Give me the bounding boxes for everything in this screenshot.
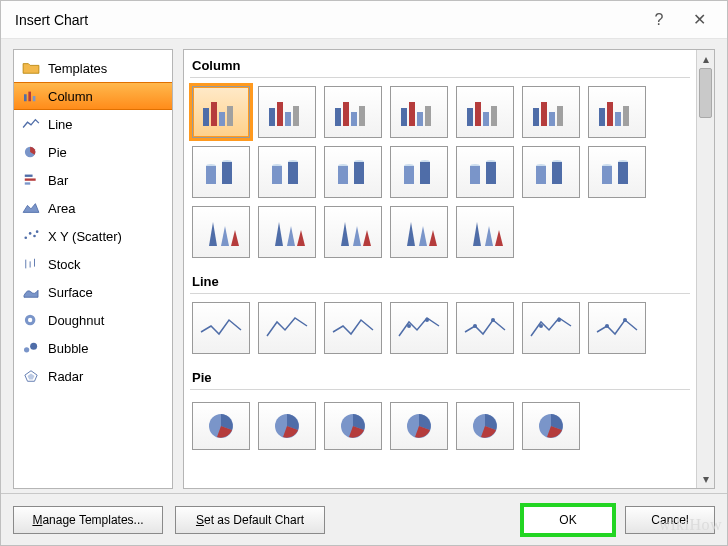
chart-category-list[interactable]: TemplatesColumnLinePieBarAreaX Y (Scatte…	[13, 49, 173, 489]
chart-thumb-column-3[interactable]	[390, 86, 448, 138]
sidebar-item-surface[interactable]: Surface	[14, 278, 172, 306]
manage-templates-button[interactable]: Manage Templates...	[13, 506, 163, 534]
svg-rect-30	[351, 112, 357, 126]
chart-thumb-pie-5[interactable]	[522, 402, 580, 450]
svg-point-96	[557, 318, 561, 322]
sidebar-item-label: Area	[48, 201, 75, 216]
svg-marker-89	[485, 226, 493, 246]
chart-thumb-pie-2[interactable]	[324, 402, 382, 450]
svg-marker-90	[495, 230, 503, 246]
svg-marker-86	[419, 226, 427, 246]
scroll-thumb[interactable]	[699, 68, 712, 118]
chart-thumb-column-13[interactable]	[588, 146, 646, 198]
chart-thumb-line-2[interactable]	[324, 302, 382, 354]
cancel-button[interactable]: Cancel	[625, 506, 715, 534]
svg-rect-59	[354, 162, 364, 184]
svg-rect-0	[24, 94, 27, 101]
chart-thumb-column-18[interactable]	[456, 206, 514, 258]
chart-thumb-column-0[interactable]	[192, 86, 250, 138]
chart-thumb-column-11[interactable]	[456, 146, 514, 198]
sidebar-item-line[interactable]: Line	[14, 110, 172, 138]
svg-marker-85	[407, 222, 415, 246]
gallery-section-pie: Pie	[190, 366, 690, 390]
chart-thumb-column-14[interactable]	[192, 206, 250, 258]
sidebar-item-radar[interactable]: Radar	[14, 362, 172, 390]
svg-marker-84	[363, 230, 371, 246]
chart-thumb-column-16[interactable]	[324, 206, 382, 258]
chart-thumb-column-2[interactable]	[324, 86, 382, 138]
gallery-scrollbar[interactable]: ▴ ▾	[696, 50, 714, 488]
chart-thumb-column-12[interactable]	[522, 146, 580, 198]
scroll-down-icon[interactable]: ▾	[697, 470, 714, 488]
chart-thumb-pie-3[interactable]	[390, 402, 448, 450]
chart-thumb-column-6[interactable]	[588, 86, 646, 138]
scroll-up-icon[interactable]: ▴	[697, 50, 714, 68]
gallery-section-column: Column	[190, 54, 690, 78]
svg-point-7	[24, 236, 27, 239]
sidebar-item-bar[interactable]: Bar	[14, 166, 172, 194]
sidebar-item-bubble[interactable]: Bubble	[14, 334, 172, 362]
sidebar-item-label: Stock	[48, 257, 81, 272]
svg-point-98	[623, 318, 627, 322]
svg-rect-37	[475, 102, 481, 126]
folder-icon	[22, 61, 40, 75]
svg-point-9	[33, 235, 36, 238]
gallery-section-line: Line	[190, 270, 690, 294]
doughnut-chart-icon	[22, 313, 40, 327]
chart-thumb-column-17[interactable]	[390, 206, 448, 258]
sidebar-item-pie[interactable]: Pie	[14, 138, 172, 166]
svg-rect-45	[607, 102, 613, 126]
svg-rect-43	[557, 106, 563, 126]
svg-rect-67	[486, 162, 496, 184]
svg-rect-69	[536, 166, 546, 184]
chart-thumb-column-4[interactable]	[456, 86, 514, 138]
chart-thumb-column-8[interactable]	[258, 146, 316, 198]
set-as-default-button[interactable]: Set as Default Chart	[175, 506, 325, 534]
svg-rect-38	[483, 112, 489, 126]
close-button[interactable]: ✕	[685, 6, 713, 34]
svg-marker-88	[473, 222, 481, 246]
svg-rect-34	[417, 112, 423, 126]
sidebar-item-column[interactable]: Column	[14, 82, 172, 110]
chart-thumb-column-1[interactable]	[258, 86, 316, 138]
line-chart-icon	[22, 117, 40, 131]
svg-rect-25	[277, 102, 283, 126]
svg-rect-41	[541, 102, 547, 126]
chart-thumb-pie-0[interactable]	[192, 402, 250, 450]
chart-thumb-column-15[interactable]	[258, 206, 316, 258]
dialog-footer: Manage Templates... Set as Default Chart…	[1, 493, 727, 545]
chart-thumb-column-9[interactable]	[324, 146, 382, 198]
chart-thumb-line-3[interactable]	[390, 302, 448, 354]
chart-thumb-pie-1[interactable]	[258, 402, 316, 450]
dialog-body: TemplatesColumnLinePieBarAreaX Y (Scatte…	[1, 39, 727, 493]
svg-point-97	[605, 324, 609, 328]
chart-thumb-pie-4[interactable]	[456, 402, 514, 450]
ok-button[interactable]: OK	[523, 506, 613, 534]
chart-thumb-column-7[interactable]	[192, 146, 250, 198]
svg-point-10	[36, 230, 39, 233]
chart-thumb-line-6[interactable]	[588, 302, 646, 354]
svg-marker-80	[287, 226, 295, 246]
chart-thumb-line-5[interactable]	[522, 302, 580, 354]
chart-thumb-column-10[interactable]	[390, 146, 448, 198]
sidebar-item-stock[interactable]: Stock	[14, 250, 172, 278]
gallery-thumbs-column	[190, 78, 690, 266]
sidebar-item-area[interactable]: Area	[14, 194, 172, 222]
chart-thumb-line-0[interactable]	[192, 302, 250, 354]
scroll-track[interactable]	[697, 68, 714, 470]
chart-thumb-column-5[interactable]	[522, 86, 580, 138]
sidebar-item-doughnut[interactable]: Doughnut	[14, 306, 172, 334]
chart-thumb-line-4[interactable]	[456, 302, 514, 354]
column-chart-icon	[22, 89, 40, 103]
svg-marker-82	[341, 222, 349, 246]
svg-rect-44	[599, 108, 605, 126]
help-button[interactable]: ?	[645, 6, 673, 34]
svg-rect-55	[288, 162, 298, 184]
sidebar-item-label: Pie	[48, 145, 67, 160]
svg-rect-26	[285, 112, 291, 126]
svg-rect-49	[206, 166, 216, 184]
sidebar-item-x-y-scatter-[interactable]: X Y (Scatter)	[14, 222, 172, 250]
svg-point-93	[473, 324, 477, 328]
sidebar-item-templates[interactable]: Templates	[14, 54, 172, 82]
chart-thumb-line-1[interactable]	[258, 302, 316, 354]
